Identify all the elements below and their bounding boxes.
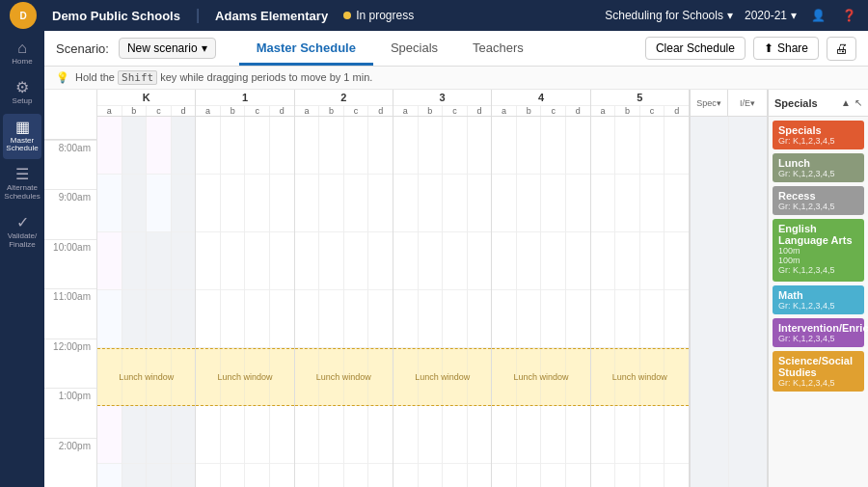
- section-col-1c[interactable]: [245, 117, 270, 487]
- section-col-5a[interactable]: [591, 117, 616, 487]
- clear-schedule-button[interactable]: Clear Schedule: [645, 37, 746, 60]
- info-text: Hold the Shift key while dragging period…: [75, 71, 372, 84]
- section-col-4a[interactable]: [492, 117, 517, 487]
- card-title-specials: Specials: [778, 124, 858, 136]
- sidebar-item-setup[interactable]: ⚙Setup: [3, 74, 41, 112]
- card-title-intervention-enrichment: Intervention/Enrichment: [778, 322, 858, 334]
- master-schedule-icon: ▦: [15, 120, 30, 135]
- tab-specials[interactable]: Specials: [373, 33, 455, 66]
- time-slot-800: 8:00am: [44, 140, 96, 189]
- card-sub-intervention-enrichment: Gr: K,1,2,3,4,5: [778, 334, 858, 343]
- print-button[interactable]: 🖨: [827, 37, 856, 61]
- section-col-5d[interactable]: [665, 117, 689, 487]
- extra-cols: [690, 117, 767, 487]
- card-sub-science-social-studies: Gr: K,1,2,3,4,5: [778, 378, 858, 388]
- user-icon[interactable]: 👤: [808, 6, 827, 25]
- grade-header-5: 5 a b c d: [591, 90, 690, 116]
- card-sub-specials: Gr: K,1,2,3,4,5: [778, 136, 858, 146]
- section-col-4b[interactable]: [517, 117, 542, 487]
- scenario-select[interactable]: New scenario ▾: [119, 38, 216, 59]
- status-dot: [343, 12, 351, 19]
- time-column: 8:00am 9:00am 10:00am 11:00am 12:00pm 1:…: [44, 90, 97, 487]
- special-card-lunch[interactable]: LunchGr: K,1,2,3,4,5: [773, 153, 864, 182]
- tab-teachers[interactable]: Teachers: [455, 33, 541, 66]
- sidebar-item-validate-finalize[interactable]: ✓Validate/ Finalize: [3, 209, 41, 256]
- section-col-1a[interactable]: [196, 117, 221, 487]
- special-card-math[interactable]: MathGr: K,1,2,3,4,5: [773, 285, 864, 314]
- grade-label-k: K: [97, 90, 195, 106]
- card-title-science-social-studies: Science/Social Studies: [778, 355, 858, 378]
- grade-header-4: 4 a b c d: [492, 90, 590, 116]
- sidebar-item-alternate-schedules[interactable]: ☰Alternate Schedules: [3, 161, 41, 207]
- section-col-kd[interactable]: [172, 117, 196, 487]
- scheduling-tool-dropdown[interactable]: Scheduling for Schools ▾: [605, 9, 733, 22]
- chevron-down-icon: ▾: [727, 9, 733, 22]
- app-logo: D: [10, 2, 37, 29]
- grade-col-5: Lunch window: [591, 117, 690, 487]
- card-title-recess: Recess: [778, 190, 858, 202]
- section-col-4c[interactable]: [541, 117, 566, 487]
- spec-header[interactable]: Spec ▾: [690, 90, 728, 116]
- section-col-2b[interactable]: [319, 117, 344, 487]
- grade-col-4: Lunch window: [492, 117, 590, 487]
- section-col-3b[interactable]: [419, 117, 444, 487]
- status-badge: In progress: [343, 9, 414, 22]
- scenario-label: Scenario:: [56, 41, 109, 56]
- validate-finalize-icon: ✓: [16, 215, 29, 230]
- grid-body: Lunch window Lunch window: [97, 117, 767, 487]
- sidebar-item-home[interactable]: ⌂Home: [3, 35, 41, 72]
- grade-header-2: 2 a b c d: [295, 90, 393, 116]
- cursor-icon: ↖: [854, 97, 862, 108]
- section-col-kc[interactable]: [147, 117, 172, 487]
- card-title-lunch: Lunch: [778, 157, 858, 169]
- section-col-3d[interactable]: [468, 117, 492, 487]
- share-button[interactable]: ⬆ Share: [753, 37, 819, 60]
- sidebar-item-master-schedule[interactable]: ▦Master Schedule: [3, 114, 41, 160]
- alternate-schedules-icon: ☰: [15, 167, 29, 182]
- campus-name[interactable]: Adams Elementary: [215, 9, 328, 23]
- grid-container: K a b c d 1 a: [97, 90, 767, 487]
- section-col-1b[interactable]: [221, 117, 246, 487]
- specials-panel: Specials ▲ ↖ SpecialsGr: K,1,2,3,4,5Lunc…: [767, 90, 868, 487]
- chevron-down-icon: ▾: [717, 98, 721, 108]
- grade-col-k: Lunch window: [97, 117, 196, 487]
- chevron-down-icon: ▾: [750, 98, 755, 108]
- section-col-2d[interactable]: [368, 117, 393, 487]
- special-card-intervention-enrichment[interactable]: Intervention/EnrichmentGr: K,1,2,3,4,5: [773, 318, 864, 347]
- special-card-specials[interactable]: SpecialsGr: K,1,2,3,4,5: [773, 121, 864, 149]
- card-sub-lunch: Gr: K,1,2,3,4,5: [778, 169, 858, 178]
- sidebar-item-label: Alternate Schedules: [4, 184, 40, 202]
- time-slot-100: 1:00pm: [44, 388, 96, 437]
- section-col-kb[interactable]: [122, 117, 148, 487]
- special-card-english-language-arts[interactable]: English Language Arts100m100mGr: K,1,2,3…: [773, 219, 864, 282]
- share-icon: ⬆: [764, 41, 773, 55]
- grade-header-1: 1 a b c d: [196, 90, 294, 116]
- section-col-5b[interactable]: [615, 117, 640, 487]
- info-bar: 💡 Hold the Shift key while dragging peri…: [44, 67, 868, 90]
- extra-col-headers: Spec ▾ I/E ▾: [690, 90, 767, 116]
- section-col-4d[interactable]: [566, 117, 590, 487]
- ie-header[interactable]: I/E ▾: [728, 90, 767, 116]
- grade-header-k: K a b c d: [97, 90, 196, 116]
- tab-master-schedule[interactable]: Master Schedule: [239, 33, 373, 66]
- section-col-1d[interactable]: [270, 117, 294, 487]
- section-col-5c[interactable]: [640, 117, 665, 487]
- time-slot-1200: 12:00pm: [44, 338, 96, 388]
- time-slot-200: 2:00pm: [44, 438, 96, 487]
- section-col-ka[interactable]: [97, 117, 122, 487]
- schedule-area: 8:00am 9:00am 10:00am 11:00am 12:00pm 1:…: [44, 90, 868, 487]
- specials-scroll: SpecialsGr: K,1,2,3,4,5LunchGr: K,1,2,3,…: [769, 117, 868, 487]
- section-col-2a[interactable]: [295, 117, 320, 487]
- svg-text:D: D: [19, 11, 26, 21]
- spec-col[interactable]: [691, 117, 729, 487]
- ie-col[interactable]: [729, 117, 768, 487]
- section-col-3c[interactable]: [443, 117, 468, 487]
- section-col-3a[interactable]: [393, 117, 419, 487]
- section-col-2c[interactable]: [344, 117, 369, 487]
- special-card-science-social-studies[interactable]: Science/Social StudiesGr: K,1,2,3,4,5: [773, 351, 864, 392]
- scroll-up-icon[interactable]: ▲: [841, 97, 851, 108]
- help-icon[interactable]: ❓: [839, 6, 858, 25]
- special-card-recess[interactable]: RecessGr: K,1,2,3,4,5: [773, 186, 864, 215]
- card-sub-recess: Gr: K,1,2,3,4,5: [778, 202, 858, 211]
- year-dropdown[interactable]: 2020-21 ▾: [745, 9, 797, 22]
